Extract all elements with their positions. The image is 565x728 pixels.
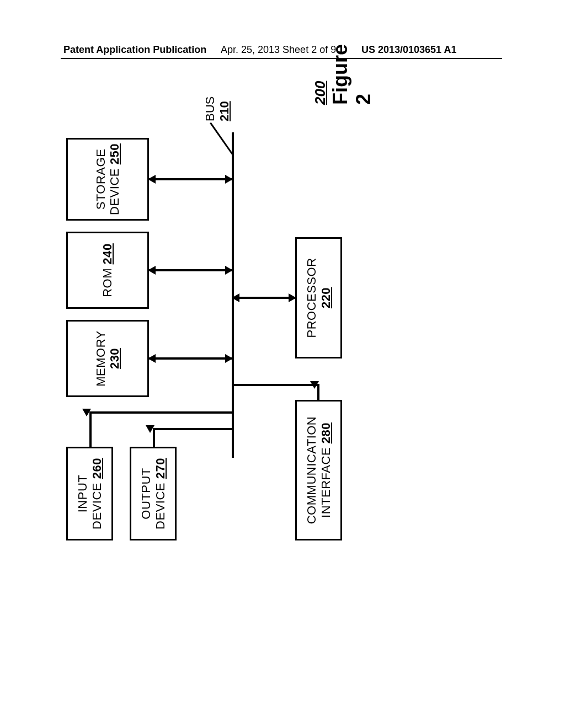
box-comm-interface: COMMUNICATION INTERFACE 280 <box>295 400 342 540</box>
storage-line1: STORAGE <box>94 149 108 210</box>
figure-ref: 200 <box>312 44 329 105</box>
memory-ref: 230 <box>108 348 121 369</box>
processor-line1: PROCESSOR <box>305 258 318 338</box>
header-right: US 2013/0103651 A1 <box>361 44 456 56</box>
conn-memory <box>149 357 233 360</box>
comm-ref: 280 <box>319 422 333 443</box>
box-input-device: INPUT DEVICE 260 <box>66 447 113 540</box>
conn-rom <box>149 269 233 271</box>
rom-ref: 240 <box>100 243 114 264</box>
conn-output <box>153 428 233 430</box>
arrow-proc-up <box>232 293 239 302</box>
memory-line1: MEMORY <box>94 330 108 387</box>
rom-line1: ROM <box>100 268 114 297</box>
conn-comm-v <box>232 384 319 386</box>
figure-label-group: 200 Figure 2 <box>312 44 375 105</box>
arrow-to-comm <box>310 381 319 389</box>
figure-label: Figure 2 <box>329 44 375 105</box>
arrow-memory-down <box>225 354 233 363</box>
output-line1: OUTPUT <box>139 468 153 519</box>
arrow-rom-down <box>225 266 233 275</box>
box-processor: PROCESSOR 220 <box>295 237 342 358</box>
output-line2: DEVICE <box>153 483 167 529</box>
storage-ref: 250 <box>108 143 121 164</box>
arrow-memory-up <box>148 354 156 363</box>
bus-leader <box>210 122 233 155</box>
box-output-device: OUTPUT DEVICE 270 <box>130 447 177 540</box>
bus-ref: 210 <box>217 101 231 121</box>
arrow-proc-down <box>289 293 296 302</box>
processor-ref: 220 <box>319 287 333 308</box>
input-line1: INPUT <box>76 475 89 513</box>
conn-input <box>89 411 233 414</box>
arrow-to-input <box>82 409 91 416</box>
comm-line2: INTERFACE <box>319 447 333 518</box>
storage-line2: DEVICE <box>108 168 121 215</box>
bus-label: BUS 210 <box>203 97 232 121</box>
conn-processor <box>232 297 296 299</box>
diagram: INPUT DEVICE 260 OUTPUT DEVICE 270 MEMOR… <box>66 110 565 540</box>
box-memory: MEMORY 230 <box>66 320 149 397</box>
box-storage: STORAGE DEVICE 250 <box>66 138 149 221</box>
arrow-to-output <box>146 425 154 433</box>
header-rule <box>61 58 502 59</box>
bus-text: BUS <box>203 97 217 121</box>
conn-input-h <box>89 411 92 447</box>
conn-storage <box>149 178 233 180</box>
output-ref: 270 <box>153 458 167 479</box>
arrow-storage-down <box>225 175 233 184</box>
arrow-storage-up <box>148 175 156 184</box>
comm-line1: COMMUNICATION <box>305 416 318 524</box>
box-rom: ROM 240 <box>66 232 149 309</box>
input-ref: 260 <box>90 458 104 479</box>
input-line2: DEVICE <box>90 483 104 529</box>
header-left: Patent Application Publication <box>63 44 206 56</box>
arrow-rom-up <box>148 266 156 275</box>
